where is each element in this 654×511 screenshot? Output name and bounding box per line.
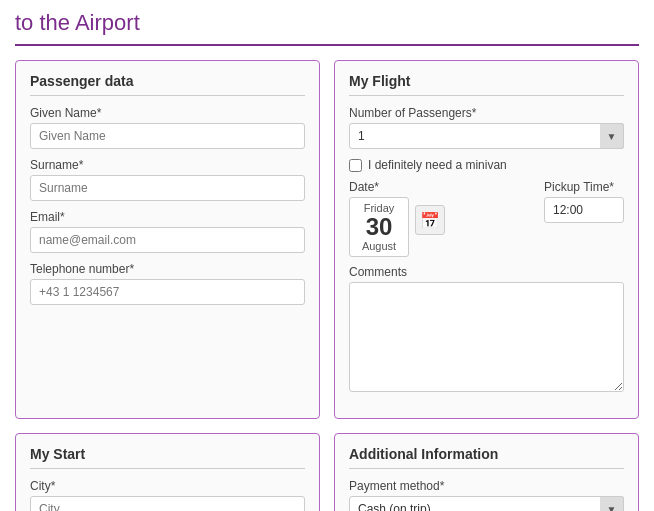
- calendar-icon: 📅: [420, 211, 440, 230]
- email-input[interactable]: [30, 227, 305, 253]
- minivan-checkbox-row: I definitely need a minivan: [349, 158, 624, 172]
- additional-info-card: Additional Information Payment method* C…: [334, 433, 639, 511]
- pickup-time-section: Pickup Time*: [544, 180, 624, 223]
- surname-input[interactable]: [30, 175, 305, 201]
- minivan-checkbox[interactable]: [349, 159, 362, 172]
- payment-select-wrapper: Cash (on trip) Credit Card Invoice ▼: [349, 496, 624, 511]
- pickup-time-input[interactable]: [544, 197, 624, 223]
- payment-field: Payment method* Cash (on trip) Credit Ca…: [349, 479, 624, 511]
- payment-label: Payment method*: [349, 479, 624, 493]
- calendar-button[interactable]: 📅: [415, 205, 445, 235]
- city-input[interactable]: [30, 496, 305, 511]
- city-label: City*: [30, 479, 305, 493]
- passengers-field: Number of Passengers* 1 2 3 4 ▼: [349, 106, 624, 149]
- email-label: Email*: [30, 210, 305, 224]
- telephone-label: Telephone number*: [30, 262, 305, 276]
- month-name: August: [362, 240, 396, 252]
- payment-select[interactable]: Cash (on trip) Credit Card Invoice: [349, 496, 624, 511]
- additional-info-title: Additional Information: [349, 446, 624, 469]
- passengers-select[interactable]: 1 2 3 4: [349, 123, 624, 149]
- passenger-data-title: Passenger data: [30, 73, 305, 96]
- surname-label: Surname*: [30, 158, 305, 172]
- given-name-input[interactable]: [30, 123, 305, 149]
- day-number: 30: [366, 214, 393, 240]
- my-start-card: My Start City* Postal Code*: [15, 433, 320, 511]
- comments-field: Comments: [349, 265, 624, 395]
- given-name-label: Given Name*: [30, 106, 305, 120]
- date-row: Friday 30 August 📅: [349, 197, 536, 257]
- my-flight-card: My Flight Number of Passengers* 1 2 3 4 …: [334, 60, 639, 419]
- pickup-time-label: Pickup Time*: [544, 180, 624, 194]
- given-name-field: Given Name*: [30, 106, 305, 149]
- comments-textarea[interactable]: [349, 282, 624, 392]
- date-label: Date*: [349, 180, 536, 194]
- passengers-select-wrapper: 1 2 3 4 ▼: [349, 123, 624, 149]
- passenger-data-card: Passenger data Given Name* Surname* Emai…: [15, 60, 320, 419]
- city-field: City*: [30, 479, 305, 511]
- my-start-title: My Start: [30, 446, 305, 469]
- my-flight-title: My Flight: [349, 73, 624, 96]
- main-grid: Passenger data Given Name* Surname* Emai…: [15, 60, 639, 511]
- email-field: Email*: [30, 210, 305, 253]
- page-title: to the Airport: [15, 10, 639, 46]
- surname-field: Surname*: [30, 158, 305, 201]
- date-time-row: Date* Friday 30 August 📅 Pickup Time*: [349, 180, 624, 257]
- telephone-input[interactable]: [30, 279, 305, 305]
- comments-label: Comments: [349, 265, 624, 279]
- passengers-label: Number of Passengers*: [349, 106, 624, 120]
- minivan-label: I definitely need a minivan: [368, 158, 507, 172]
- date-section: Date* Friday 30 August 📅: [349, 180, 536, 257]
- telephone-field: Telephone number*: [30, 262, 305, 305]
- date-box: Friday 30 August: [349, 197, 409, 257]
